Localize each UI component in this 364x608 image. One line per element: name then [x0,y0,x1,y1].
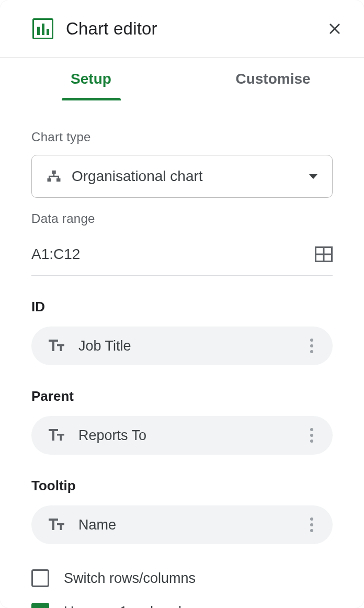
tab-setup[interactable]: Setup [0,58,182,100]
svg-rect-5 [49,176,50,179]
tabs: Setup Customise [0,58,364,100]
text-type-icon [47,519,66,531]
tooltip-field-value: Name [78,517,305,533]
chart-type-select[interactable]: Organisational chart [31,155,333,198]
data-range-label: Data range [31,211,333,226]
more-options-icon[interactable] [305,428,318,443]
tooltip-heading: Tooltip [31,478,333,494]
id-heading: ID [31,299,333,315]
svg-rect-13 [60,344,62,351]
svg-rect-17 [60,434,62,441]
checkbox-unchecked-icon [31,569,49,587]
close-button[interactable] [323,17,346,40]
switch-rows-columns-label: Switch rows/columns [64,570,196,587]
chevron-down-icon [309,174,317,179]
svg-rect-11 [52,340,54,351]
parent-field-select[interactable]: Reports To [31,416,333,455]
grid-icon [315,246,333,262]
more-options-icon[interactable] [305,517,318,532]
close-icon [327,21,342,36]
svg-rect-15 [52,429,54,441]
parent-heading: Parent [31,388,333,404]
data-range-row: A1:C12 [31,237,333,276]
chart-icon [32,18,53,39]
svg-rect-4 [49,176,59,177]
svg-rect-0 [52,171,56,174]
select-range-button[interactable] [315,246,333,262]
panel-header: Chart editor [0,0,364,58]
text-type-icon [47,429,66,442]
panel-title: Chart editor [66,19,311,39]
svg-rect-21 [60,523,62,530]
id-field-select[interactable]: Job Title [31,326,333,365]
setup-content: Chart type Organisational chart Data ran… [0,100,364,608]
tooltip-field-select[interactable]: Name [31,505,333,544]
text-type-icon [47,340,66,352]
use-row1-headers-label: Use row 1 as headers [64,604,201,609]
tab-customise[interactable]: Customise [182,58,364,100]
parent-field-value: Reports To [78,427,305,444]
chart-editor-panel: Chart editor Setup Customise Chart type … [0,0,364,608]
id-field-value: Job Title [78,338,305,354]
chart-type-label: Chart type [31,130,333,144]
org-chart-icon [44,168,63,184]
use-row1-headers-checkbox[interactable]: Use row 1 as headers [31,603,333,608]
more-options-icon[interactable] [305,339,318,353]
switch-rows-columns-checkbox[interactable]: Switch rows/columns [31,569,333,587]
checkbox-checked-icon [31,603,49,608]
svg-rect-6 [58,176,60,179]
chart-type-value: Organisational chart [72,168,309,185]
svg-rect-19 [52,519,54,530]
data-range-input[interactable]: A1:C12 [31,246,306,263]
